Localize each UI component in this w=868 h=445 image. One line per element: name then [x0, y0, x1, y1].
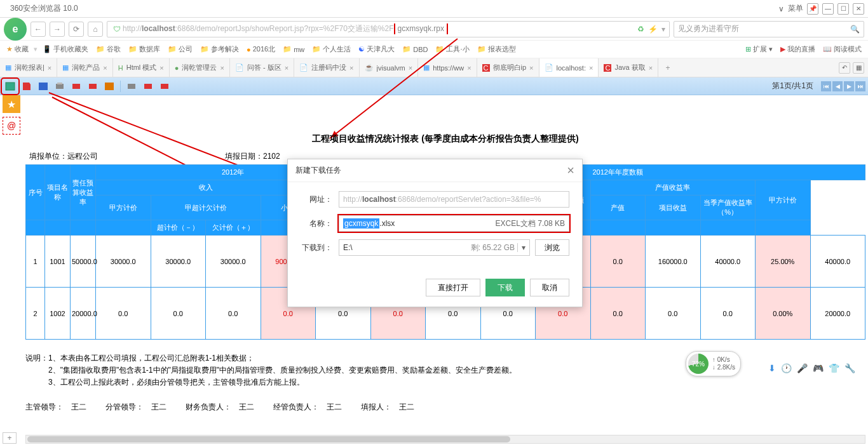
bookmark-item[interactable]: ☯天津凡大	[356, 44, 397, 54]
url-input[interactable]: 🛡 http://localhost:6868/demo/reportJsp/s…	[107, 21, 670, 37]
back-button[interactable]: ←	[31, 22, 46, 37]
tab-list-button[interactable]: ▦	[853, 62, 864, 74]
report-toolbar: 第1页/共1页 ⏮ ◀ ▶ ⏭	[0, 77, 868, 95]
print-pdf2-button[interactable]	[85, 79, 100, 93]
tab[interactable]: ▦润乾产品×	[57, 58, 112, 77]
svg-rect-1	[39, 83, 48, 90]
shield-icon: 🛡	[113, 25, 121, 34]
live-button[interactable]: ▶我的直播	[778, 44, 818, 54]
export-ppt-button[interactable]	[102, 79, 117, 93]
tab-active[interactable]: 📄localhost:×	[539, 58, 599, 77]
svg-rect-7	[128, 84, 135, 89]
open-direct-button[interactable]: 直接打开	[426, 279, 480, 296]
export-pdf-button[interactable]	[19, 79, 34, 93]
download-icon: ⬇	[768, 363, 776, 373]
tab[interactable]: HHtml 模式×	[113, 58, 170, 77]
search-icon[interactable]: 🔍	[850, 25, 860, 34]
path-select[interactable]: E:\ 剩: 65.22 GB ▾	[339, 239, 530, 256]
ext-button[interactable]: ⊞扩展 ▾	[743, 44, 775, 54]
svg-rect-5	[89, 84, 97, 89]
dialog-title: 新建下载任务	[295, 165, 567, 176]
tab[interactable]: ☕jvisualvm×	[360, 58, 419, 77]
cancel-button[interactable]: 取消	[530, 279, 569, 296]
tab[interactable]: ●润乾管理云×	[170, 58, 230, 77]
maximize-button[interactable]: ☐	[837, 3, 849, 15]
forward-button[interactable]: →	[50, 22, 65, 37]
svg-rect-3	[57, 83, 62, 84]
tab[interactable]: ▦润乾报表|×	[0, 58, 57, 77]
print-pdf3-button[interactable]	[140, 79, 156, 93]
report-title: 工程项目收益情况统计报表 (每季度由成本分析报告负责人整理提供)	[25, 133, 865, 145]
game-icon: 🎮	[813, 363, 824, 373]
reload-button[interactable]: ⟳	[69, 22, 84, 37]
speed-widget[interactable]: 72% ↑ 0K/s ↓ 2.8K/s	[686, 351, 741, 376]
browse-button[interactable]: 浏览	[535, 239, 569, 256]
dropdown-icon[interactable]: ▾	[661, 25, 665, 34]
prev-page-button[interactable]: ◀	[832, 81, 843, 91]
shirt-icon: 👕	[829, 363, 839, 373]
dialog-close-button[interactable]: ×	[567, 163, 574, 178]
bookmark-item[interactable]: ●2016北	[244, 44, 278, 54]
browser-logo: e	[4, 18, 27, 41]
svg-rect-8	[144, 84, 152, 89]
next-page-button[interactable]: ▶	[844, 81, 854, 91]
close-icon[interactable]: ×	[48, 64, 51, 72]
horizontal-scrollbar[interactable]	[25, 435, 865, 444]
read-mode-button[interactable]: 📖阅读模式	[820, 44, 864, 54]
export-word-button[interactable]	[36, 79, 51, 93]
at-side-button[interactable]: @	[3, 117, 20, 135]
print-pdf4-button[interactable]	[157, 79, 172, 93]
svg-rect-6	[105, 83, 114, 90]
home-button[interactable]: ⌂	[88, 22, 103, 37]
address-bar: e ← → ⟳ ⌂ 🛡 http://localhost:6868/demo/r…	[0, 18, 868, 41]
bookmark-item[interactable]: 📱手机收藏夹	[40, 44, 91, 54]
new-tab-button[interactable]: +	[658, 58, 677, 77]
export-excel-button[interactable]	[3, 79, 18, 93]
first-page-button[interactable]: ⏮	[821, 81, 831, 91]
close-button[interactable]: ✕	[853, 3, 864, 15]
print-button[interactable]	[52, 79, 67, 93]
download-button[interactable]: 下载	[485, 279, 525, 296]
float-icons[interactable]: ⬇🕐🎤🎮👕🔧	[768, 363, 855, 373]
clock-icon: 🕐	[781, 363, 792, 373]
tab[interactable]: C彻底明白ip×	[477, 58, 539, 77]
menu-label[interactable]: 菜单	[788, 3, 803, 14]
url-param-highlight: gcxmsyqk.rpx	[394, 23, 448, 34]
favorite-side-button[interactable]: ★	[3, 95, 20, 113]
bookmark-fav[interactable]: ★收藏	[4, 44, 31, 54]
mic-icon: 🎤	[797, 363, 808, 373]
chevron-down-icon[interactable]: ▾	[517, 243, 526, 252]
bookmark-item[interactable]: 📁DBD	[400, 45, 430, 53]
titlebar: 360安全浏览器 10.0 ∨ 菜单 📌 — ☐ ✕	[0, 0, 868, 18]
wrench-icon: 🔧	[844, 363, 855, 373]
svg-rect-9	[161, 84, 168, 89]
flash-icon: ⚡	[648, 25, 658, 34]
bookmark-item[interactable]: 📁mw	[280, 45, 307, 53]
svg-rect-2	[56, 84, 64, 89]
bookmark-item[interactable]: 📁数据库	[126, 44, 163, 54]
minimize-button[interactable]: —	[822, 3, 834, 15]
tab[interactable]: 📄注册码中没×	[294, 58, 359, 77]
last-page-button[interactable]: ⏭	[855, 81, 865, 91]
bookmark-item[interactable]: 📁个人生活	[309, 44, 353, 54]
filename-field[interactable]: gcxmsyqk.xlsx EXCEL文档 7.08 KB	[339, 215, 569, 232]
search-input[interactable]: 见义勇为进看守所 🔍	[674, 21, 864, 37]
tab[interactable]: 📄问答 - 版区×	[230, 58, 294, 77]
bookmark-item[interactable]: 📁谷歌	[93, 44, 123, 54]
bookmark-item[interactable]: 📁报表选型	[475, 44, 519, 54]
url-field[interactable]: http://localhost:6868/demo/reportServlet…	[339, 191, 569, 208]
tab[interactable]: CJava 获取×	[599, 58, 658, 77]
svg-rect-4	[72, 84, 80, 89]
browser-title: 360安全浏览器 10.0	[10, 3, 778, 14]
bookmark-item[interactable]: 📁参考解决	[198, 44, 241, 54]
print-pdf-button[interactable]	[69, 79, 84, 93]
report-footer: 主管领导： 王二 分管领导： 王二 财务负责人： 王二 经管负责人： 王二 填报…	[25, 402, 865, 413]
print2-button[interactable]	[124, 79, 139, 93]
download-dialog: 新建下载任务 × 网址： http://localhost:6868/demo/…	[287, 159, 583, 307]
pin-icon[interactable]: 📌	[807, 3, 818, 15]
add-button[interactable]: +	[3, 432, 17, 444]
tab-undo-button[interactable]: ↶	[839, 62, 850, 74]
tab-strip: ▦润乾报表|× ▦润乾产品× HHtml 模式× ●润乾管理云× 📄问答 - 版…	[0, 58, 868, 77]
bookmark-item[interactable]: 📁公司	[165, 44, 195, 54]
recycle-icon: ♻	[637, 25, 644, 34]
